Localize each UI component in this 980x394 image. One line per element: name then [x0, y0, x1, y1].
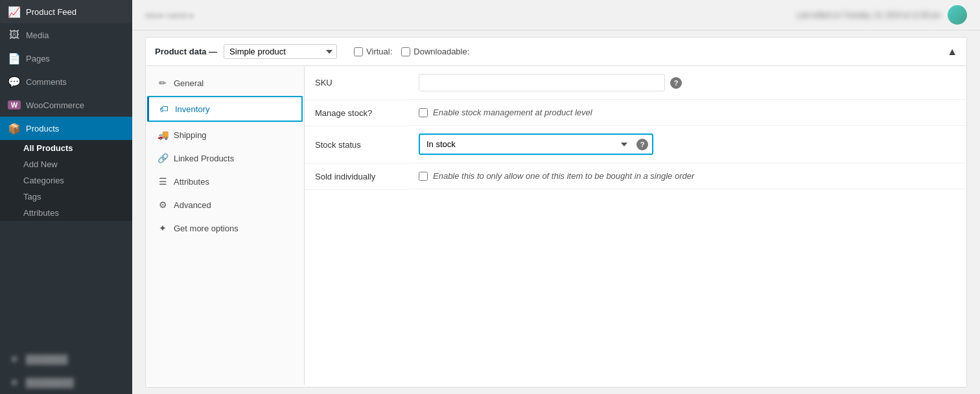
top-bar-right: Last edited on Tuesday, 10, 2019 at 11:0…	[797, 5, 967, 25]
sidebar-item-blurred-1: ■ ███████	[0, 347, 132, 371]
tab-attributes[interactable]: ☰ Attributes	[146, 170, 304, 193]
tab-inventory[interactable]: 🏷 Inventory	[147, 96, 303, 122]
product-tabs: ✏ General 🏷 Inventory 🚚 Shipping 🔗 Linke…	[146, 66, 305, 385]
main-content: store name ▸ Last edited on Tuesday, 10,…	[132, 0, 980, 394]
manage-stock-row: Manage stock? Enable stock management at…	[305, 100, 966, 126]
sold-individually-label: Sold individually	[305, 163, 408, 189]
tab-advanced[interactable]: ⚙ Advanced	[146, 193, 304, 216]
sidebar-item-woocommerce[interactable]: W WooCommerce	[0, 93, 132, 117]
tab-linked-products[interactable]: 🔗 Linked Products	[146, 146, 304, 170]
virtual-label[interactable]: Virtual:	[354, 47, 392, 56]
submenu-all-products[interactable]: All Products	[0, 140, 132, 156]
product-feed-icon: 📈	[8, 6, 21, 18]
submenu-attributes[interactable]: Attributes	[0, 205, 132, 221]
top-bar: store name ▸ Last edited on Tuesday, 10,…	[132, 0, 980, 30]
product-data-body: ✏ General 🏷 Inventory 🚚 Shipping 🔗 Linke…	[146, 66, 966, 385]
attributes-tab-icon: ☰	[157, 176, 169, 187]
sold-individually-checkbox[interactable]	[419, 172, 428, 181]
manage-stock-checkbox[interactable]	[419, 108, 428, 117]
shipping-tab-icon: 🚚	[157, 130, 169, 140]
sold-individually-cell: Enable this to only allow one of this it…	[408, 163, 966, 189]
tab-shipping[interactable]: 🚚 Shipping	[146, 123, 304, 146]
product-section: Product data — Simple product Variable p…	[145, 37, 967, 388]
product-data-options: Virtual: Downloadable:	[354, 47, 469, 56]
sidebar-item-products[interactable]: 📦 Products	[0, 117, 132, 140]
downloadable-checkbox[interactable]	[401, 47, 410, 56]
inventory-form-table: SKU ? Manage stock? Enable stock man	[305, 66, 966, 190]
sku-help-icon[interactable]: ?	[670, 77, 682, 89]
sidebar-item-blurred-2: ■ ████████	[0, 371, 132, 394]
sku-input[interactable]	[419, 74, 665, 91]
tab-get-more-options[interactable]: ✦ Get more options	[146, 216, 304, 240]
submenu-add-new[interactable]: Add New	[0, 156, 132, 172]
sku-cell: ?	[408, 66, 966, 100]
manage-stock-label: Manage stock?	[305, 100, 408, 126]
media-icon: 🖼	[8, 29, 21, 41]
comments-icon: 💬	[8, 76, 21, 88]
linked-products-icon: 🔗	[157, 153, 169, 163]
stock-status-row: Stock status In stock Out of stock On ba…	[305, 126, 966, 163]
avatar[interactable]	[948, 5, 967, 25]
product-data-header: Product data — Simple product Variable p…	[146, 38, 966, 66]
get-more-options-icon: ✦	[157, 223, 169, 233]
stock-status-label: Stock status	[305, 126, 408, 163]
inventory-tab-icon: 🏷	[158, 104, 170, 114]
sold-individually-checkbox-label: Enable this to only allow one of this it…	[433, 171, 694, 181]
sku-row: SKU ?	[305, 66, 966, 100]
general-tab-icon: ✏	[157, 78, 169, 88]
downloadable-label[interactable]: Downloadable:	[401, 47, 469, 56]
stock-status-select[interactable]: In stock Out of stock On backorder	[424, 137, 631, 151]
products-submenu: All Products Add New Categories Tags Att…	[0, 140, 132, 221]
collapse-button[interactable]: ▲	[947, 46, 957, 58]
stock-status-wrapper: In stock Out of stock On backorder ?	[419, 133, 653, 155]
advanced-tab-icon: ⚙	[157, 200, 169, 210]
virtual-checkbox[interactable]	[354, 47, 363, 56]
tab-general[interactable]: ✏ General	[146, 71, 304, 95]
sidebar-item-media[interactable]: 🖼 Media	[0, 23, 132, 47]
manage-stock-checkbox-label: Enable stock management at product level	[433, 108, 592, 117]
sku-label: SKU	[305, 66, 408, 100]
top-bar-left: store name ▸	[145, 10, 194, 20]
manage-stock-cell: Enable stock management at product level	[408, 100, 966, 126]
sidebar-item-pages[interactable]: 📄 Pages	[0, 47, 132, 70]
sidebar-item-comments[interactable]: 💬 Comments	[0, 70, 132, 93]
product-panel: SKU ? Manage stock? Enable stock man	[305, 66, 966, 385]
product-data-title: Product data —	[155, 47, 217, 56]
product-type-select[interactable]: Simple product Variable product Grouped …	[224, 44, 337, 59]
breadcrumb: store name ▸	[145, 10, 194, 20]
last-edited-text: Last edited on Tuesday, 10, 2019 at 11:0…	[797, 11, 941, 19]
stock-status-help-icon[interactable]: ?	[636, 139, 648, 150]
stock-status-cell: In stock Out of stock On backorder ?	[408, 126, 966, 163]
submenu-categories[interactable]: Categories	[0, 172, 132, 189]
sold-individually-row: Sold individually Enable this to only al…	[305, 163, 966, 189]
submenu-tags[interactable]: Tags	[0, 189, 132, 205]
pages-icon: 📄	[8, 52, 21, 65]
sidebar: 📈 Product Feed 🖼 Media 📄 Pages 💬 Comment…	[0, 0, 132, 394]
woocommerce-icon: W	[8, 100, 21, 110]
products-icon: 📦	[8, 122, 21, 135]
sidebar-item-product-feed[interactable]: 📈 Product Feed	[0, 0, 132, 23]
